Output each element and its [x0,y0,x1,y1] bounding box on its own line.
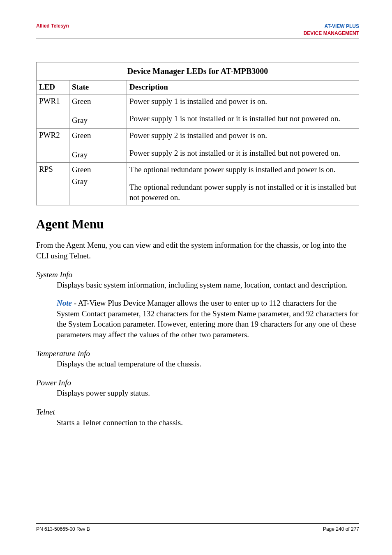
definition: Displays the actual temperature of the c… [57,359,359,369]
definition: Displays basic system information, inclu… [57,280,359,290]
system-info-block: System Info Displays basic system inform… [36,269,359,340]
header-right-line2: DEVICE MANAGEMENT [304,30,359,37]
table-row: PWR1 Green Gray Power supply 1 is instal… [37,94,359,128]
header-left: Allied Telesyn [36,23,69,29]
table-row: RPS Green Gray The optional redundant po… [37,163,359,205]
note-paragraph: Note - AT-View Plus Device Manager allow… [57,298,359,340]
telnet-block: Telnet Starts a Telnet connection to the… [36,407,359,428]
term: Temperature Info [36,348,359,359]
cell-led: PWR1 [37,94,69,128]
cell-state: Green Gray [69,163,127,205]
table-header-row: LED State Description [37,80,359,94]
page-header: Allied Telesyn AT-VIEW PLUS DEVICE MANAG… [36,23,359,39]
page-footer: PN 613-50665-00 Rev B Page 240 of 277 [36,523,359,532]
col-head-desc: Description [127,80,359,94]
temperature-info-block: Temperature Info Displays the actual tem… [36,348,359,369]
header-right: AT-VIEW PLUS DEVICE MANAGEMENT [304,23,359,37]
intro-paragraph: From the Agent Menu, you can view and ed… [36,240,359,261]
table-row: PWR2 Green Gray Power supply 2 is instal… [37,128,359,162]
state-value: Green [72,131,91,140]
footer-left: PN 613-50665-00 Rev B [36,526,90,532]
col-head-led: LED [37,80,69,94]
definition: Displays power supply status. [57,388,359,398]
definition: Starts a Telnet connection to the chassi… [57,417,359,428]
section-heading: Agent Menu [36,217,359,232]
note-label: Note [57,299,72,307]
footer-right: Page 240 of 277 [323,526,359,532]
state-value: Gray [72,116,88,124]
cell-desc: The optional redundant power supply is i… [127,163,359,205]
desc-text: Power supply 2 is not installed or it is… [129,148,356,159]
header-right-line1: AT-VIEW PLUS [304,23,359,30]
state-value: Green [72,165,91,174]
term: Power Info [36,378,359,388]
cell-desc: Power supply 1 is installed and power is… [127,94,359,128]
desc-text: Power supply 2 is installed and power is… [129,131,356,141]
desc-text: The optional redundant power supply is i… [129,165,356,175]
state-value: Gray [72,177,88,186]
note-rest: - AT-View Plus Device Manager allows the… [57,299,358,339]
power-info-block: Power Info Displays power supply status. [36,378,359,398]
cell-state: Green Gray [69,128,127,162]
state-value: Gray [72,150,88,159]
state-value: Green [72,97,91,106]
leds-table: Device Manager LEDs for AT-MPB3000 LED S… [36,62,359,206]
table-caption: Device Manager LEDs for AT-MPB3000 [36,62,359,80]
cell-led: RPS [37,163,69,205]
cell-led: PWR2 [37,128,69,162]
term: Telnet [36,407,359,417]
desc-text: Power supply 1 is not installed or it is… [129,114,356,124]
cell-state: Green Gray [69,94,127,128]
cell-desc: Power supply 2 is installed and power is… [127,128,359,162]
desc-text: Power supply 1 is installed and power is… [129,97,356,107]
desc-text: The optional redundant power supply is n… [129,182,356,203]
term: System Info [36,269,359,280]
col-head-state: State [69,80,127,94]
